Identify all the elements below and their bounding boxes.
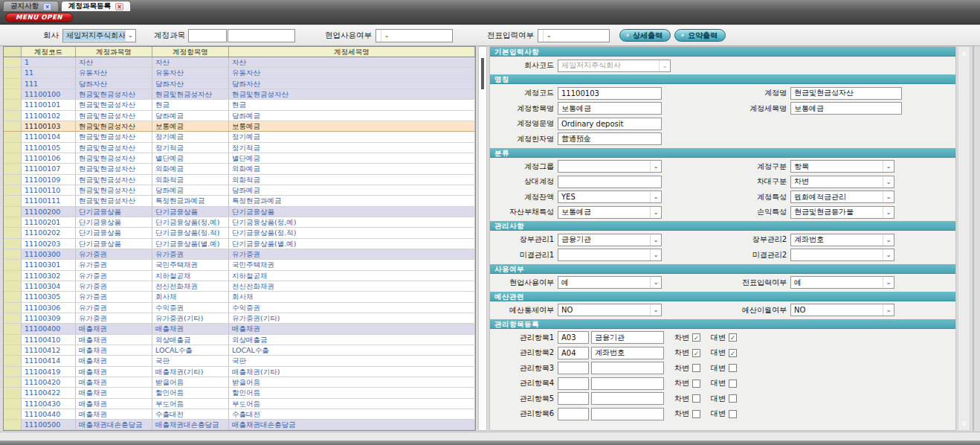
debit-checkbox[interactable]	[692, 380, 700, 388]
row-selector[interactable]	[4, 153, 22, 163]
row-selector[interactable]	[4, 228, 22, 237]
table-row[interactable]: 11100109현금및현금성자산외화적금외화적금	[4, 175, 475, 185]
slip-entry-detail-select[interactable]: 예⌄	[790, 276, 894, 289]
row-selector[interactable]	[4, 271, 22, 281]
row-selector[interactable]	[4, 111, 22, 121]
scroll-up-icon[interactable]: ∧	[958, 50, 970, 57]
row-selector[interactable]	[4, 409, 22, 419]
counter-account-field[interactable]	[558, 176, 662, 188]
row-selector[interactable]	[4, 196, 22, 205]
pending-mgmt2-select[interactable]: ⌄	[790, 249, 894, 261]
account-name-input[interactable]	[228, 29, 295, 42]
row-selector[interactable]	[4, 335, 22, 345]
row-selector[interactable]	[4, 132, 22, 141]
debit-checkbox[interactable]	[692, 394, 700, 403]
book-mgmt1-select[interactable]: 금융기관⌄	[558, 234, 662, 246]
table-row[interactable]: 11100104현금및현금성자산정기예금정기예금	[4, 132, 475, 142]
row-selector[interactable]	[4, 121, 22, 131]
row-selector[interactable]	[4, 185, 22, 195]
scroll-down-icon[interactable]: ∨	[958, 420, 970, 427]
hanja-name-field[interactable]	[558, 132, 662, 145]
account-name-field[interactable]	[790, 87, 902, 100]
account-trait-select[interactable]: 원화예적금관리⌄	[790, 191, 894, 203]
table-row[interactable]: 11100440매출채권수출대전수출대전	[4, 409, 475, 420]
table-row[interactable]: 11100200단기금융상품단기금융상품단기금융상품	[4, 207, 475, 217]
table-row[interactable]: 1자산자산자산	[4, 57, 475, 68]
table-row[interactable]: 11100100현금및현금성자산현금및현금성자산현금및현금성자산	[4, 89, 475, 100]
debit-credit-select[interactable]: 차변⌄	[790, 176, 894, 188]
table-row[interactable]: 11100202단기금융상품단기금융상품(정.적)단기금융상품(정.적)	[4, 228, 475, 238]
row-selector[interactable]	[4, 420, 22, 429]
account-division-select[interactable]: 항목⌄	[790, 160, 894, 173]
mgmt-item-name-field[interactable]	[591, 347, 664, 359]
field-use-detail-select[interactable]: 예⌄	[558, 276, 662, 289]
debit-checkbox[interactable]	[692, 364, 700, 372]
credit-checkbox[interactable]	[729, 364, 737, 372]
mgmt-item-name-field[interactable]	[591, 331, 664, 344]
row-selector[interactable]	[4, 399, 22, 409]
row-selector[interactable]	[4, 249, 22, 259]
budget-control-select[interactable]: NO⌄	[558, 304, 662, 316]
summary-print-button[interactable]: 요약출력	[674, 29, 726, 42]
table-row[interactable]: 11100410매출채권외상매출금외상매출금	[4, 335, 475, 345]
table-row[interactable]: 11100107현금및현금성자산외화예금외화예금	[4, 164, 475, 174]
table-row[interactable]: 11100500매출채권대손충당금매출채권대손충당금매출채권대손충당금	[4, 420, 475, 430]
account-code-input[interactable]	[188, 29, 227, 42]
mgmt-item-name-field[interactable]	[591, 362, 664, 374]
budget-carryover-select[interactable]: NO⌄	[790, 304, 894, 316]
table-row[interactable]: 11100420매출채권받을어음받을어음	[4, 377, 475, 388]
row-selector[interactable]	[4, 260, 22, 269]
row-selector[interactable]	[4, 303, 22, 313]
table-row[interactable]: 11100430매출채권부도어음부도어음	[4, 399, 475, 409]
table-row[interactable]: 11100422매출채권할인어음할인어음	[4, 388, 475, 398]
table-row[interactable]: 11100309유가증권유가증권(기타)유가증권(기타)	[4, 313, 475, 324]
row-selector[interactable]	[4, 313, 22, 323]
mgmt-item-code-field[interactable]	[558, 392, 589, 405]
row-selector[interactable]	[4, 324, 22, 333]
table-row[interactable]: 11100300유가증권유가증권유가증권	[4, 249, 475, 260]
credit-checkbox[interactable]	[729, 410, 737, 418]
row-selector[interactable]	[4, 345, 22, 355]
table-row[interactable]: 11100201단기금융상품단기금융상품(정,예)단기금융상품(정,예)	[4, 217, 475, 228]
table-row[interactable]: 11100101현금및현금성자산현금현금	[4, 100, 475, 110]
book-mgmt2-select[interactable]: 계좌번호⌄	[790, 234, 894, 246]
table-row[interactable]: 11유동자산유동자산유동자산	[4, 68, 475, 78]
table-row[interactable]: 111당좌자산당좌자산당좌자산	[4, 79, 475, 89]
grid-scrollbar[interactable]	[478, 46, 487, 431]
company-select[interactable]: 제일저지주식회사 ⌄	[62, 29, 136, 42]
row-selector[interactable]	[4, 79, 22, 89]
tab-notice[interactable]: 공지사항 ×	[3, 1, 59, 11]
table-row[interactable]: 11100103현금및현금성자산보통예금보통예금	[4, 121, 475, 132]
field-use-select[interactable]: ⌄	[375, 29, 453, 42]
credit-checkbox[interactable]: ✓	[729, 333, 737, 342]
row-selector[interactable]	[4, 68, 22, 77]
table-row[interactable]: 11100105현금및현금성자산정기적금정기적금	[4, 143, 475, 153]
table-row[interactable]: 11100110현금및현금성자산당좌예금당좌예금	[4, 185, 475, 196]
row-selector[interactable]	[4, 356, 22, 365]
row-selector[interactable]	[4, 217, 22, 227]
mgmt-item-code-field[interactable]	[558, 377, 589, 390]
table-row[interactable]: 11100306유가증권수익증권수익증권	[4, 303, 475, 313]
table-row[interactable]: 11100414매출채권국판국판	[4, 356, 475, 366]
row-selector[interactable]	[4, 164, 22, 173]
row-selector[interactable]	[4, 377, 22, 387]
detail-name-field[interactable]	[790, 102, 902, 115]
pl-trait-select[interactable]: 현금및현금등가물⌄	[790, 206, 894, 219]
credit-checkbox[interactable]	[729, 394, 737, 403]
mgmt-item-name-field[interactable]	[591, 408, 664, 420]
mgmt-item-code-field[interactable]	[558, 347, 589, 359]
menu-open-button[interactable]: MENU OPEN	[5, 13, 73, 22]
mgmt-item-code-field[interactable]	[558, 408, 589, 420]
account-balance-select[interactable]: YES⌄	[558, 191, 662, 203]
row-selector[interactable]	[4, 57, 22, 67]
debit-checkbox[interactable]: ✓	[692, 333, 700, 342]
credit-checkbox[interactable]: ✓	[729, 349, 737, 357]
row-selector[interactable]	[4, 89, 22, 99]
mgmt-item-code-field[interactable]	[558, 331, 589, 344]
row-selector[interactable]	[4, 207, 22, 217]
table-row[interactable]: 11100203단기금융상품단기금융상품(별.예)단기금융상품(별.예)	[4, 239, 475, 249]
account-group-select[interactable]: ⌄	[558, 160, 662, 173]
table-row[interactable]: 11100111현금및현금성자산특정현금과예금특정현금과예금	[4, 196, 475, 206]
table-row[interactable]: 11100302유가증권지하철공채지하철공채	[4, 271, 475, 281]
tab-account-registration[interactable]: 계정과목등록 ×	[61, 1, 131, 11]
